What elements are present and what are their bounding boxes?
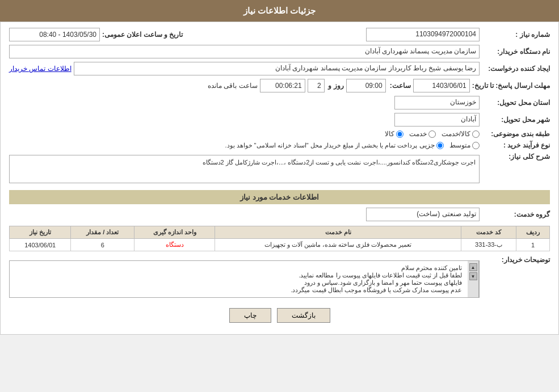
col-date: تاریخ نیاز [10,226,71,239]
page-title: جزئیات اطلاعات نیاز [0,0,559,22]
city-value: آبادان [394,113,480,127]
buyer-org-value: سازمان مدیریت پسماند شهرداری آبادان [9,45,480,58]
print-button[interactable]: چاپ [229,308,271,323]
cell-code: ب-33-331 [461,239,516,251]
action-buttons: بازگشت چاپ [9,308,550,323]
note-line: عدم پیوست مدارک شرکت یا فروشگاه موجب ابط… [13,286,462,294]
need-number-label: شماره نیاز : [482,31,550,39]
col-row: ردیف [516,226,550,239]
category-kala-radio[interactable] [396,130,404,138]
deadline-time: 09:00 [346,79,386,92]
cell-unit: دستگاه [135,239,215,251]
process-motavasset-option[interactable]: متوسط [449,141,480,149]
category-kala-khadamat-radio[interactable] [472,130,480,138]
buyer-notes-content: تامین کننده محترم سلاملطفا قبل از ثبت قی… [10,261,465,297]
buyer-org-label: نام دستگاه خریدار: [482,48,550,56]
category-label: طبقه بندی موضوعی: [482,130,550,138]
category-kala-option[interactable]: کالا [385,130,404,138]
category-khadamat-option[interactable]: خدمت [409,130,436,138]
province-value: خوزستان [394,96,480,109]
deadline-remaining-label: ساعت باقی مانده [208,82,258,90]
cell-row: 1 [516,239,550,251]
note-line: لطفا قبل از ثبت قیمت اطلاعات فایلهای پیو… [13,272,462,279]
category-khadamat-label: خدمت [409,130,427,138]
category-kala-khadamat-option[interactable]: کالا/خدمت [442,130,480,138]
service-group-value: تولید صنعتی (ساخت) [366,208,480,221]
col-unit: واحد اندازه گیری [135,226,215,239]
process-jazei-label: جزیی [419,141,435,149]
deadline-date: 1403/06/01 [413,79,470,92]
cell-qty: 6 [71,239,135,251]
note-line: تامین کننده محترم سلام [13,264,462,272]
process-motavasset-radio[interactable] [472,142,480,149]
process-motavasset-label: متوسط [449,141,470,149]
scroll-down-btn[interactable]: ▼ [469,272,477,280]
deadline-time-label: ساعت: [388,82,411,90]
deadline-label: مهلت ارسال پاسخ: تا تاریخ: [472,82,550,90]
province-label: استان محل تحویل: [482,99,550,107]
process-jazei-option[interactable]: جزیی [419,141,444,149]
back-button[interactable]: بازگشت [277,308,330,323]
service-group-label: گروه خدمت: [482,210,550,218]
announcement-value: 1403/05/30 - 08:40 [9,28,100,41]
scroll-up-btn[interactable]: ▲ [469,263,477,271]
note-line: فایلهای پیوست حتما مهر و امضا و بازگزاری… [13,279,462,286]
category-khadamat-radio[interactable] [428,130,436,138]
process-jazei-radio[interactable] [436,142,444,149]
creator-value: رضا یوسفی شیخ رباط کاربرداز سازمان مدیری… [74,62,480,75]
creator-label: ایجاد کننده درخواست: [482,65,550,73]
col-qty: تعداد / مقدار [71,226,135,239]
cell-name: تعمیر محصولات فلزی ساخته شده، ماشین آلات… [215,239,461,251]
col-name: نام خدمت [215,226,461,239]
buyer-notes-label: توضیحات خریدار: [482,256,550,264]
services-table: ردیف کد خدمت نام خدمت واحد اندازه گیری ت… [9,226,550,251]
city-label: شهر محل تحویل: [482,116,550,124]
category-radio-group: کالا/خدمت خدمت کالا [385,130,480,138]
services-section-title: اطلاعات خدمات مورد نیاز [9,190,550,204]
deadline-days-label: روز و [327,82,344,90]
process-radio-group: متوسط جزیی [419,141,480,149]
category-kala-khadamat-label: کالا/خدمت [442,130,470,138]
creator-link[interactable]: اطلاعات تماس خریدار [9,65,72,73]
process-description: پرداخت تمام یا بخشی از مبلغ خریدار محل "… [225,142,417,149]
process-label: نوع فرآیند خرید : [482,141,550,149]
announcement-label: تاریخ و ساعت اعلان عمومی: [102,31,183,39]
col-code: کد خدمت [461,226,516,239]
deadline-remaining: 00:06:21 [260,79,305,92]
notes-scrollbar[interactable]: ▲ ▼ [468,261,479,297]
description-label: شرح کلی نیاز: [482,153,550,161]
description-value: اجرت جوشکاری2دستگاه کندانسور....،اجرت نش… [9,155,480,183]
need-number-value: 1103094972000104 [366,28,480,41]
table-row: 1 ب-33-331 تعمیر محصولات فلزی ساخته شده،… [10,239,550,251]
deadline-days: 2 [308,79,325,92]
category-kala-label: کالا [385,130,394,138]
cell-date: 1403/06/01 [10,239,71,251]
